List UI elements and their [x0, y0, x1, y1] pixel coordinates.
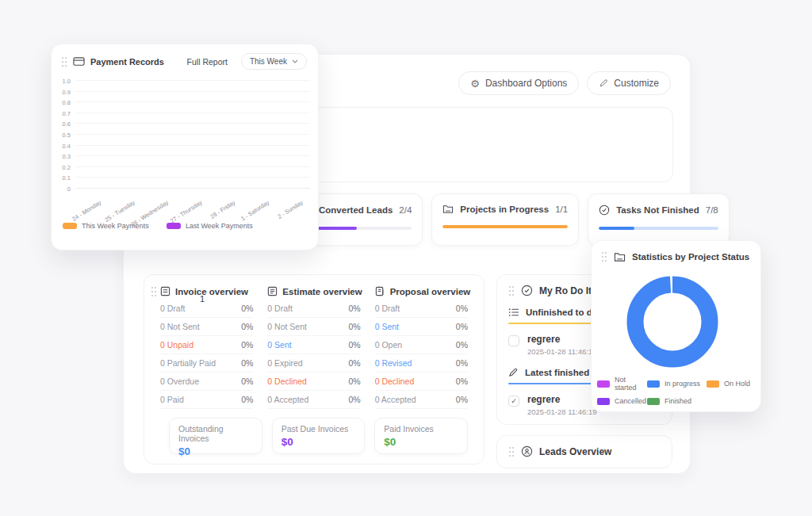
proposal-icon: [375, 286, 385, 296]
x-axis-label: 25 - Tuesday: [104, 199, 136, 224]
x-axis-label: 2 - Sunday: [276, 199, 304, 220]
full-report-link[interactable]: Full Report: [187, 57, 228, 67]
x-axis-slot: 24 - Monday: [77, 192, 107, 219]
legend-item[interactable]: On Hold: [707, 376, 750, 392]
checkbox-checked[interactable]: ✓: [508, 396, 519, 407]
overview-row[interactable]: 0 Draft0%: [375, 300, 468, 318]
legend-swatch: [597, 380, 610, 388]
overview-row[interactable]: 0 Sent0%: [375, 318, 468, 336]
overview-row-value: 0%: [456, 322, 468, 331]
donut-slice-in-progress[interactable]: [635, 285, 710, 359]
summary-label: Paid Invoices: [384, 424, 458, 434]
overview-row[interactable]: 0 Overdue0%: [160, 373, 253, 391]
overview-row[interactable]: 0 Revised0%: [375, 354, 468, 373]
summary-label: Past Due Invoices: [282, 424, 356, 434]
y-axis-tick: 0.4: [63, 142, 71, 149]
x-axis-label: 24 - Monday: [71, 199, 103, 223]
stat-card-value: 7/8: [706, 205, 718, 215]
overview-row[interactable]: 0 Paid0%: [160, 391, 253, 409]
project-status-legend: Not startedIn progressOn HoldCancelledFi…: [597, 376, 756, 411]
gridline: [75, 166, 310, 167]
overview-row[interactable]: 0 Not Sent0%: [160, 318, 253, 336]
gridline: [75, 101, 310, 102]
drag-handle-icon[interactable]: [508, 285, 515, 296]
credit-card-icon: [73, 56, 85, 67]
drag-handle-icon[interactable]: [508, 446, 515, 457]
overview-row[interactable]: 0 Draft0%: [160, 300, 253, 318]
todo-item-title: regrere: [527, 394, 597, 405]
week-range-dropdown[interactable]: This Week: [241, 53, 307, 70]
overview-row[interactable]: 0 Accepted0%: [267, 391, 360, 409]
dashboard-options-button[interactable]: ⚙ Dashboard Options: [458, 71, 579, 95]
legend-swatch: [167, 223, 181, 229]
overview-row[interactable]: 0 Not Sent0%: [267, 318, 360, 336]
y-axis-tick: 0: [67, 185, 71, 193]
gridline: [75, 123, 310, 124]
overview-row[interactable]: 0 Declined0%: [375, 373, 468, 391]
summary-label: Outstanding Invoices: [178, 424, 253, 443]
todo-item-text: regrere2025-01-28 11:46:19: [527, 334, 597, 356]
x-axis-slot: 28 - Friday: [211, 192, 241, 219]
payment-records-title: Payment Records: [90, 57, 182, 67]
drag-handle-icon[interactable]: [61, 56, 67, 67]
legend-item[interactable]: In progress: [647, 376, 707, 392]
legend-label: Cancelled: [615, 397, 646, 405]
overview-row-label: 0 Sent: [375, 322, 399, 331]
leads-overview-panel: Leads Overview: [496, 435, 672, 468]
legend-label: This Week Payments: [82, 222, 149, 230]
overview-row[interactable]: 0 Declined0%: [267, 373, 360, 391]
overview-row-label: 0 Paid: [160, 395, 184, 404]
overview-row[interactable]: 0 Partially Paid0%: [160, 354, 253, 373]
overview-row[interactable]: 0 Unpaid0%: [160, 336, 253, 354]
financial-overview-panel: 1 Invoice overview0 Draft0%0 Not Sent0%0…: [144, 274, 485, 464]
overview-row-label: 0 Not Sent: [267, 322, 307, 331]
drag-handle-icon[interactable]: [601, 251, 607, 262]
x-axis-slot: 27 - Thursday: [178, 192, 208, 219]
stat-card-value: 2/4: [399, 205, 412, 215]
legend-label: On Hold: [724, 380, 750, 388]
legend-row: Not startedIn progressOn Hold: [597, 376, 756, 392]
gridline: [75, 80, 310, 81]
project-status-card: Statistics by Project Status Not started…: [591, 240, 761, 412]
stat-card-label: Tasks Not Finished: [616, 205, 699, 215]
summary-box-past[interactable]: Past Due Invoices$0: [272, 418, 366, 454]
overview-row[interactable]: 0 Expired0%: [267, 354, 360, 373]
summary-box-paid[interactable]: Paid Invoices$0: [374, 418, 468, 454]
legend-item[interactable]: Finished: [647, 397, 707, 405]
gridline: [75, 113, 310, 113]
overview-row-value: 0%: [348, 304, 360, 313]
legend-swatch: [707, 380, 719, 388]
y-axis-tick: 0.6: [63, 120, 71, 128]
invoice-icon: [160, 286, 170, 296]
overview-row[interactable]: 0 Draft0%: [267, 300, 360, 318]
legend-item[interactable]: Last Week Payments: [167, 222, 253, 230]
summary-value: $0: [384, 436, 458, 448]
overview-column-header: Estimate overview: [267, 286, 360, 296]
legend-item[interactable]: Cancelled: [597, 397, 647, 405]
stat-card-tasks-not-finished[interactable]: Tasks Not Finished7/8: [588, 193, 730, 246]
overview-row[interactable]: 0 Accepted0%: [375, 391, 468, 409]
overview-row[interactable]: 0 Open0%: [375, 336, 468, 354]
x-axis-slot: 26 - Wednesday: [144, 192, 174, 219]
leads-panel-title: Leads Overview: [539, 446, 611, 457]
pencil-icon: [508, 367, 519, 377]
checkbox-unchecked[interactable]: [508, 335, 519, 346]
drag-handle-icon[interactable]: [151, 286, 157, 297]
customize-button[interactable]: Customize: [587, 71, 671, 95]
payment-chart-legend: This Week PaymentsLast Week Payments: [63, 222, 253, 230]
summary-box-outstanding[interactable]: Outstanding Invoices$0: [169, 418, 262, 454]
overview-column-title: Invoice overview: [175, 287, 248, 296]
legend-item[interactable]: Not started: [597, 376, 647, 392]
legend-item[interactable]: This Week Payments: [63, 222, 149, 230]
payment-chart-xlabels: 24 - Monday25 - Tuesday26 - Wednesday27 …: [75, 192, 310, 219]
y-axis-tick: 0.3: [63, 153, 71, 160]
stat-card-projects-in-progress[interactable]: Projects in Progress1/1: [431, 193, 579, 246]
overview-row-label: 0 Accepted: [375, 395, 416, 404]
overview-row[interactable]: 0 Sent0%: [267, 336, 360, 354]
overview-row-label: 0 Overdue: [160, 376, 199, 386]
folder-icon: [442, 204, 454, 214]
stat-card-header: Tasks Not Finished7/8: [599, 204, 718, 216]
legend-swatch: [597, 398, 610, 405]
legend-label: Last Week Payments: [186, 222, 253, 230]
overview-row-label: 0 Accepted: [267, 395, 308, 404]
